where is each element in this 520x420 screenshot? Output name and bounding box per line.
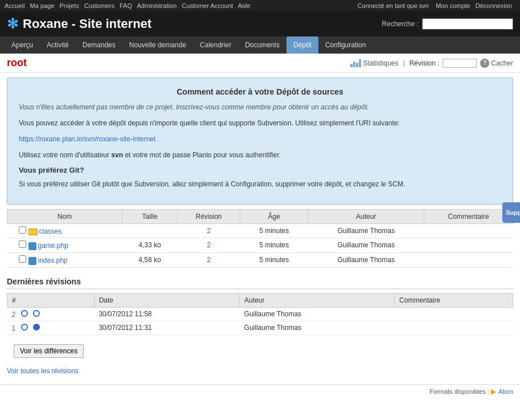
info-heading: Comment accéder à votre Dépôt de sources bbox=[19, 87, 501, 96]
file-table-header-row: Nom Taille Révision Âge Auteur Commentai… bbox=[7, 210, 513, 224]
rev-table-row: 1 30/07/2012 11:31 Guillaume Thomas bbox=[7, 321, 513, 335]
site-header: ✻ Roxane - Site internet Recherche : bbox=[0, 11, 520, 36]
site-logo-icon: ✻ bbox=[7, 16, 18, 32]
info-box: Comment accéder à votre Dépôt de sources… bbox=[7, 78, 513, 205]
file-age-cell: 5 minutes bbox=[240, 252, 308, 267]
rev-table-row: 2 30/07/2012 11:58 Guillaume Thomas bbox=[7, 307, 513, 321]
file-revision-cell: 2 bbox=[177, 238, 240, 253]
question-icon: ? bbox=[480, 59, 489, 68]
top-nav-left: Accueil Ma page Projets Customers FAQ Ad… bbox=[5, 2, 254, 9]
mon-compte-link[interactable]: Mon compte bbox=[436, 2, 470, 9]
file-author-cell: Guillaume Thomas bbox=[308, 238, 424, 253]
nav-mapage[interactable]: Ma page bbox=[30, 2, 55, 9]
nav-documents[interactable]: Documents bbox=[238, 36, 286, 54]
nav-activite[interactable]: Activité bbox=[40, 36, 76, 54]
page-title: root bbox=[7, 57, 27, 69]
nav-calendrier[interactable]: Calendrier bbox=[193, 36, 238, 54]
main-navigation: Aperçu Activité Demandes Nouvelle demand… bbox=[0, 36, 520, 54]
file-comment-cell bbox=[424, 238, 513, 253]
row-checkbox[interactable] bbox=[19, 240, 26, 248]
revision-input[interactable] bbox=[443, 59, 477, 68]
revisions-section: Dernières révisions # Date Auteur Commen… bbox=[7, 277, 513, 335]
file-size-cell: 4,33 ko bbox=[122, 238, 177, 253]
search-label: Recherche : bbox=[382, 20, 419, 28]
logged-in-text: Connecté en tant que svn bbox=[358, 2, 429, 9]
radio-icon[interactable] bbox=[21, 310, 28, 317]
nav-nouvelle-demande[interactable]: Nouvelle demande bbox=[122, 36, 193, 54]
atom-icon: ▶ bbox=[491, 388, 496, 395]
col-revision: Révision bbox=[177, 210, 240, 224]
search-input[interactable] bbox=[422, 18, 513, 30]
rev-num-link[interactable]: 1 bbox=[12, 324, 16, 332]
file-author-cell: Guillaume Thomas bbox=[308, 224, 424, 238]
statistics-link[interactable]: Statistiques bbox=[350, 59, 398, 67]
radio-icon[interactable] bbox=[33, 310, 40, 317]
cacher-button[interactable]: ? Cacher bbox=[480, 59, 513, 68]
rev-num-cell: 2 bbox=[7, 307, 95, 321]
nav-administration[interactable]: Administration bbox=[137, 2, 177, 9]
nav-depot[interactable]: Dépôt bbox=[286, 36, 318, 54]
top-navigation: Accueil Ma page Projets Customers FAQ Ad… bbox=[0, 0, 520, 11]
nav-customer-account[interactable]: Customer Account bbox=[182, 2, 233, 9]
support-chat-tab[interactable]: Support Chat bbox=[502, 202, 520, 222]
revisions-table: # Date Auteur Commentaire 2 30/07/2012 1… bbox=[7, 293, 513, 335]
radio-icon[interactable] bbox=[21, 324, 28, 331]
file-link[interactable]: game.php bbox=[38, 242, 68, 250]
nav-configuration[interactable]: Configuration bbox=[318, 36, 372, 54]
file-link[interactable]: classes bbox=[39, 227, 62, 235]
revision-link[interactable]: 2 bbox=[207, 256, 211, 264]
footer: Formats disponibles : ▶ Atom bbox=[0, 384, 520, 399]
all-revisions-container: Voir toutes les révisions bbox=[7, 367, 513, 375]
site-name: Roxane - Site internet bbox=[23, 17, 152, 31]
file-table: Nom Taille Révision Âge Auteur Commentai… bbox=[7, 209, 513, 268]
file-name-cell: classes bbox=[7, 224, 122, 238]
nav-accueil[interactable]: Accueil bbox=[5, 2, 24, 9]
nav-faq[interactable]: FAQ bbox=[120, 2, 132, 9]
table-row: classes 2 5 minutes Guillaume Thomas bbox=[7, 224, 513, 238]
file-age-cell: 5 minutes bbox=[240, 238, 308, 253]
revision-link[interactable]: 2 bbox=[207, 241, 211, 249]
info-para1: Vous pouvez accéder à votre dépôt depuis… bbox=[19, 118, 501, 128]
all-revisions-link[interactable]: Voir toutes les révisions bbox=[7, 367, 79, 375]
nav-customers[interactable]: Customers bbox=[84, 2, 114, 9]
page-header: root Statistiques | Révision : ? Cacher bbox=[0, 54, 520, 73]
rev-author-cell: Guillaume Thomas bbox=[240, 321, 395, 335]
revision-link[interactable]: 2 bbox=[207, 227, 211, 235]
nav-apercu[interactable]: Aperçu bbox=[5, 36, 40, 54]
radio-icon-filled[interactable] bbox=[33, 324, 40, 331]
info-italic-note: Vous n'êtes actuellement pas membre de c… bbox=[19, 102, 501, 112]
nav-demandes[interactable]: Demandes bbox=[76, 36, 122, 54]
nav-aide[interactable]: Aide bbox=[238, 2, 251, 9]
deconnexion-link[interactable]: Déconnexion bbox=[476, 2, 512, 9]
file-age-cell: 5 minutes bbox=[240, 224, 308, 238]
nav-projets[interactable]: Projets bbox=[59, 2, 79, 9]
rev-col-author: Auteur bbox=[240, 293, 395, 307]
table-row: index.php 4,58 ko 2 5 minutes Guillaume … bbox=[7, 252, 513, 267]
file-size-cell: 4,58 ko bbox=[122, 252, 177, 267]
git-para: Si vous préférez utiliser Git plutôt que… bbox=[19, 179, 501, 189]
site-title: ✻ Roxane - Site internet bbox=[7, 16, 152, 32]
row-checkbox[interactable] bbox=[19, 255, 26, 263]
col-nom: Nom bbox=[7, 210, 122, 224]
search-area: Recherche : bbox=[382, 18, 513, 30]
top-nav-right: Connecté en tant que svn Mon compte Déco… bbox=[358, 2, 515, 9]
file-link[interactable]: index.php bbox=[38, 256, 68, 264]
diff-button-container: Voir les différences bbox=[7, 340, 513, 362]
svn-url-link[interactable]: https://roxane.plan.io/svn/roxane-site-i… bbox=[19, 135, 155, 143]
para2-suffix: et votre mot de passe Planio pour vous a… bbox=[123, 151, 281, 159]
row-checkbox[interactable] bbox=[19, 226, 26, 234]
bar-chart-icon bbox=[350, 59, 361, 67]
rev-date-cell: 30/07/2012 11:58 bbox=[94, 307, 239, 321]
revision-label: Révision : bbox=[410, 59, 440, 67]
file-table-body: classes 2 5 minutes Guillaume Thomas gam… bbox=[7, 224, 513, 268]
file-revision-cell: 2 bbox=[177, 252, 240, 267]
separator: | bbox=[403, 59, 405, 67]
rev-col-comment: Commentaire bbox=[395, 293, 513, 307]
rev-col-num: # bbox=[7, 293, 95, 307]
cacher-label: Cacher bbox=[491, 59, 513, 67]
atom-link[interactable]: Atom bbox=[498, 388, 513, 395]
diff-button[interactable]: Voir les différences bbox=[14, 344, 84, 358]
rev-num-link[interactable]: 2 bbox=[12, 311, 16, 319]
rev-comment-cell bbox=[395, 321, 513, 335]
col-commentaire: Commentaire bbox=[424, 210, 513, 224]
